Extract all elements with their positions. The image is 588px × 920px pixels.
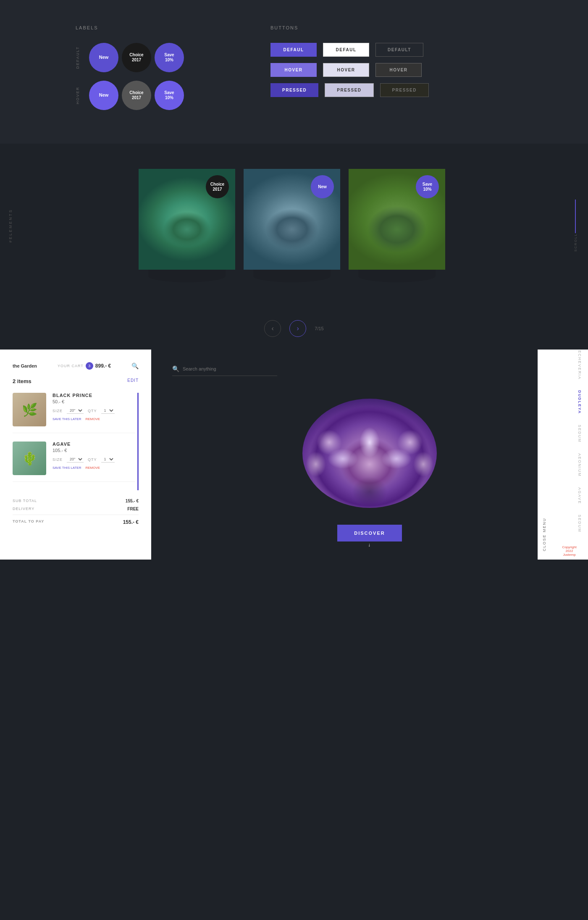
cart-count-badge: 3 bbox=[86, 362, 93, 370]
cart-item-1-size-select[interactable]: 20" bbox=[67, 407, 84, 414]
badge-new-hover[interactable]: New bbox=[89, 81, 118, 110]
card-img-1: Choice2017 bbox=[139, 169, 235, 270]
buttons-title: BUTTONS bbox=[270, 25, 512, 30]
badge-new-default[interactable]: New bbox=[89, 43, 118, 72]
label-row-default: DEFAULT New Choice2017 Save10% bbox=[76, 43, 237, 72]
cart-info: YOUR CART 3 899.- € bbox=[58, 362, 111, 370]
items-count: 2 items bbox=[13, 378, 32, 384]
card-img-3: Save10% bbox=[349, 169, 445, 270]
menu-item-sedum1[interactable]: SEDUM bbox=[555, 423, 584, 445]
cart-summary-delivery: DELIVERY FREE bbox=[13, 507, 139, 511]
cart-item-2-price: 105.- € bbox=[52, 448, 135, 453]
btn-white-hover[interactable]: HOVER bbox=[323, 63, 369, 77]
cart-item-1-save[interactable]: SAVE THIS LATER bbox=[52, 417, 81, 421]
labels-title: LABELS bbox=[76, 25, 237, 30]
cart-subtotal-value: 155.- € bbox=[126, 499, 139, 503]
cart-item-2-actions: SAVE THIS LATER REMOVE bbox=[52, 466, 135, 470]
cart-delivery-label: DELIVERY bbox=[13, 507, 34, 511]
cart-item-1-price: 50.- € bbox=[52, 399, 135, 404]
badge-save-default[interactable]: Save10% bbox=[155, 43, 184, 72]
card-2-shadow bbox=[253, 270, 331, 282]
btn-dark-pressed[interactable]: PRESSED bbox=[380, 83, 429, 97]
button-row-hover: HOVER HOVER HOVER bbox=[270, 63, 512, 77]
cart-summary: SUB TOTAL 155.- € DELIVERY FREE TOTAL TO… bbox=[13, 499, 139, 525]
cart-brand: the Garden bbox=[13, 363, 37, 368]
search-icon: 🔍 bbox=[172, 365, 179, 372]
cart-item-2-size-select[interactable]: 20" bbox=[67, 456, 84, 463]
cart-item-1-options: SIZE 20" QTY 1 bbox=[52, 407, 135, 414]
menu-item-agave[interactable]: AGAVE bbox=[555, 485, 584, 506]
copyright-text: Copyright 2022 Justemp bbox=[555, 541, 584, 561]
cart-item-2-qty-label: QTY bbox=[88, 457, 97, 462]
search-input[interactable] bbox=[183, 366, 277, 371]
plant-image-container bbox=[302, 399, 437, 508]
card-3[interactable]: Save10% bbox=[349, 169, 445, 282]
cart-total-value: 155.- € bbox=[123, 519, 139, 525]
menu-item-echeveria[interactable]: ECHEVERIA bbox=[555, 348, 584, 382]
cart-item-1-delete[interactable]: REMOVE bbox=[85, 417, 100, 421]
btn-purple-default[interactable]: DEFAUL bbox=[270, 43, 317, 57]
row-label-default: DEFAULT bbox=[76, 46, 81, 69]
pagination-prev[interactable]: ‹ bbox=[264, 320, 281, 337]
cart-item-2-options: SIZE 20" QTY 1 bbox=[52, 456, 135, 463]
cart-item-2-save[interactable]: SAVE THIS LATER bbox=[52, 466, 81, 470]
badge-choice-default[interactable]: Choice2017 bbox=[122, 43, 151, 72]
badge-save-hover[interactable]: Save10% bbox=[155, 81, 184, 110]
menu-item-aeonium[interactable]: AEONIUM bbox=[555, 451, 584, 479]
cart-summary-subtotal: SUB TOTAL 155.- € bbox=[13, 499, 139, 503]
cart-item-1: 🌿 BLACK PRINCE 50.- € SIZE 20" QTY 1 bbox=[13, 393, 135, 433]
cart-total-price: 899.- € bbox=[95, 363, 111, 369]
pagination-next[interactable]: › bbox=[289, 320, 306, 337]
cart-item-2-qty-select[interactable]: 1 bbox=[101, 456, 115, 463]
cart-item-1-qty-label: QTY bbox=[88, 409, 97, 413]
cart-item-1-size-label: SIZE bbox=[52, 409, 63, 413]
cart-total-label: TOTAL TO PAY bbox=[13, 519, 44, 525]
cart-item-2-details: AGAVE 105.- € SIZE 20" QTY 1 SAVE THIS L… bbox=[52, 442, 135, 475]
card-img-2: New bbox=[244, 169, 340, 270]
side-menu: CLOSE MENU ECHEVERIA DUDLEYA SEDUM AEONI… bbox=[538, 350, 588, 560]
elements-section: #ELEMENTS Choice2017 New Save10% bbox=[0, 144, 588, 308]
cart-item-2-img: 🌵 bbox=[13, 442, 46, 475]
edit-link[interactable]: EDIT bbox=[127, 378, 139, 384]
card-2[interactable]: New bbox=[244, 169, 340, 282]
pagination-current: 7/15 bbox=[315, 326, 323, 331]
btn-white-pressed[interactable]: PRESSED bbox=[325, 83, 373, 97]
menu-item-sedum2[interactable]: SEDUM bbox=[555, 513, 584, 535]
elements-right: SCROLL bbox=[563, 200, 588, 252]
search-bar: 🔍 bbox=[172, 362, 277, 376]
btn-purple-pressed[interactable]: PRESSED bbox=[270, 83, 318, 97]
button-row-pressed: PRESSED PRESSED PRESSED bbox=[270, 83, 512, 97]
btn-white-default[interactable]: DEFAUL bbox=[323, 43, 369, 57]
cart-item-2-delete[interactable]: REMOVE bbox=[85, 466, 100, 470]
cart-item-1-actions: SAVE THIS LATER REMOVE bbox=[52, 417, 135, 421]
search-icon-cart[interactable]: 🔍 bbox=[131, 363, 139, 369]
button-row-default: DEFAUL DEFAUL DEFAULT bbox=[270, 43, 512, 57]
card-2-badge: New bbox=[311, 175, 334, 198]
buttons-panel: BUTTONS DEFAUL DEFAUL DEFAULT HOVER HOVE… bbox=[270, 25, 512, 118]
btn-dark-default[interactable]: DEFAULT bbox=[375, 43, 423, 57]
labels-panel: LABELS DEFAULT New Choice2017 Save10% HO… bbox=[76, 25, 237, 118]
cart-header: the Garden YOUR CART 3 899.- € 🔍 bbox=[13, 362, 139, 370]
close-menu-label[interactable]: CLOSE MENU bbox=[538, 350, 551, 560]
cart-scrollable[interactable]: 🌿 BLACK PRINCE 50.- € SIZE 20" QTY 1 bbox=[13, 393, 139, 490]
cart-item-1-name: BLACK PRINCE bbox=[52, 393, 135, 398]
plant-display: DISCOVER bbox=[164, 393, 575, 547]
cart-items-header: 2 items EDIT bbox=[13, 378, 139, 384]
cart-summary-total: TOTAL TO PAY 155.- € bbox=[13, 515, 139, 525]
card-1[interactable]: Choice2017 bbox=[139, 169, 235, 282]
cart-item-1-qty-select[interactable]: 1 bbox=[101, 407, 115, 414]
right-panel: 🔍 DISCOVER CLOSE MENU ECHEVERIA DUDLEYA … bbox=[151, 350, 588, 560]
bottom-spacer bbox=[0, 560, 588, 728]
your-cart-label: YOUR CART bbox=[58, 364, 84, 368]
cart-item-1-details: BLACK PRINCE 50.- € SIZE 20" QTY 1 SAVE … bbox=[52, 393, 135, 426]
discover-button[interactable]: DISCOVER bbox=[337, 525, 402, 541]
cart-subtotal-label: SUB TOTAL bbox=[13, 499, 37, 503]
btn-purple-hover[interactable]: HOVER bbox=[270, 63, 317, 77]
btn-dark-hover[interactable]: HOVER bbox=[375, 63, 422, 77]
cart-item-2-name: AGAVE bbox=[52, 442, 135, 447]
menu-item-dudleya[interactable]: DUDLEYA bbox=[555, 388, 584, 416]
top-section: LABELS DEFAULT New Choice2017 Save10% HO… bbox=[0, 0, 588, 144]
card-1-badge: Choice2017 bbox=[206, 175, 229, 198]
badge-choice-hover[interactable]: Choice2017 bbox=[122, 81, 151, 110]
cart-panel: the Garden YOUR CART 3 899.- € 🔍 2 items… bbox=[0, 350, 151, 560]
